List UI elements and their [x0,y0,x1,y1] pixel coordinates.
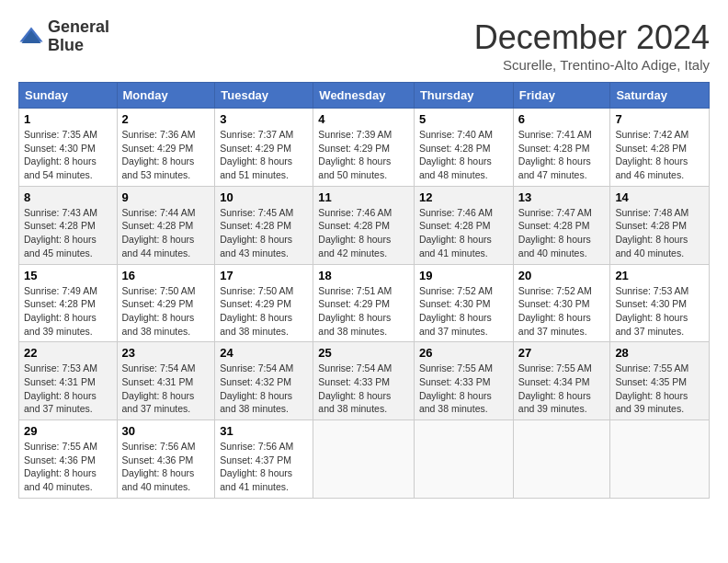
day-info: Sunrise: 7:56 AMSunset: 4:36 PMDaylight:… [122,441,196,492]
day-cell: 10Sunrise: 7:45 AMSunset: 4:28 PMDayligh… [215,186,313,264]
day-info: Sunrise: 7:46 AMSunset: 4:28 PMDaylight:… [318,207,392,259]
day-number: 18 [318,269,409,282]
day-info: Sunrise: 7:53 AMSunset: 4:31 PMDaylight:… [24,362,97,414]
day-info: Sunrise: 7:56 AMSunset: 4:37 PMDaylight:… [220,441,293,492]
day-info: Sunrise: 7:51 AMSunset: 4:29 PMDaylight:… [318,285,392,337]
day-cell [610,420,710,499]
days-header-row: SundayMondayTuesdayWednesdayThursdayFrid… [19,83,710,109]
week-row-4: 22Sunrise: 7:53 AMSunset: 4:31 PMDayligh… [19,342,710,420]
day-header-wednesday: Wednesday [313,83,415,109]
day-info: Sunrise: 7:42 AMSunset: 4:28 PMDaylight:… [615,129,688,180]
day-header-tuesday: Tuesday [215,83,313,109]
day-cell: 4Sunrise: 7:39 AMSunset: 4:29 PMDaylight… [313,109,415,187]
day-number: 16 [122,269,210,282]
day-number: 30 [122,424,210,438]
day-info: Sunrise: 7:55 AMSunset: 4:34 PMDaylight:… [518,362,592,414]
title-area: December 2024 Scurelle, Trentino-Alto Ad… [474,18,710,73]
day-info: Sunrise: 7:55 AMSunset: 4:33 PMDaylight:… [419,362,493,414]
day-number: 10 [220,190,308,204]
day-cell: 22Sunrise: 7:53 AMSunset: 4:31 PMDayligh… [19,342,118,420]
day-cell: 8Sunrise: 7:43 AMSunset: 4:28 PMDaylight… [19,186,118,264]
day-info: Sunrise: 7:35 AMSunset: 4:30 PMDaylight:… [24,129,97,180]
day-cell: 18Sunrise: 7:51 AMSunset: 4:29 PMDayligh… [313,264,415,342]
day-number: 25 [318,346,409,360]
day-number: 4 [318,112,409,126]
day-number: 24 [220,346,308,360]
day-cell: 11Sunrise: 7:46 AMSunset: 4:28 PMDayligh… [313,186,415,264]
day-info: Sunrise: 7:49 AMSunset: 4:28 PMDaylight:… [24,285,97,337]
day-info: Sunrise: 7:37 AMSunset: 4:29 PMDaylight:… [220,129,293,180]
day-info: Sunrise: 7:36 AMSunset: 4:29 PMDaylight:… [122,129,196,180]
day-header-monday: Monday [117,83,215,109]
day-number: 19 [419,269,508,282]
day-cell: 21Sunrise: 7:53 AMSunset: 4:30 PMDayligh… [610,264,710,342]
day-info: Sunrise: 7:45 AMSunset: 4:28 PMDaylight:… [220,207,293,259]
day-info: Sunrise: 7:47 AMSunset: 4:28 PMDaylight:… [518,207,592,259]
day-info: Sunrise: 7:44 AMSunset: 4:28 PMDaylight:… [122,207,196,259]
day-number: 8 [24,190,112,204]
day-number: 23 [122,346,210,360]
day-number: 6 [518,112,606,126]
day-number: 15 [24,269,112,282]
day-info: Sunrise: 7:53 AMSunset: 4:30 PMDaylight:… [615,285,688,337]
day-number: 12 [419,190,508,204]
day-cell: 7Sunrise: 7:42 AMSunset: 4:28 PMDaylight… [610,109,710,187]
day-number: 3 [220,112,308,126]
day-cell: 15Sunrise: 7:49 AMSunset: 4:28 PMDayligh… [19,264,118,342]
day-header-thursday: Thursday [414,83,513,109]
day-number: 17 [220,269,308,282]
month-title: December 2024 [474,18,710,57]
day-info: Sunrise: 7:54 AMSunset: 4:31 PMDaylight:… [122,362,196,414]
day-cell: 30Sunrise: 7:56 AMSunset: 4:36 PMDayligh… [117,420,215,499]
day-number: 28 [615,346,704,360]
day-number: 7 [615,112,704,126]
day-info: Sunrise: 7:54 AMSunset: 4:33 PMDaylight:… [318,362,392,414]
day-cell: 24Sunrise: 7:54 AMSunset: 4:32 PMDayligh… [215,342,313,420]
day-cell [313,420,415,499]
day-cell: 16Sunrise: 7:50 AMSunset: 4:29 PMDayligh… [117,264,215,342]
day-cell: 14Sunrise: 7:48 AMSunset: 4:28 PMDayligh… [610,186,710,264]
day-cell: 31Sunrise: 7:56 AMSunset: 4:37 PMDayligh… [215,420,313,499]
day-cell: 29Sunrise: 7:55 AMSunset: 4:36 PMDayligh… [19,420,118,499]
day-info: Sunrise: 7:39 AMSunset: 4:29 PMDaylight:… [318,129,392,180]
day-cell: 26Sunrise: 7:55 AMSunset: 4:33 PMDayligh… [414,342,513,420]
day-info: Sunrise: 7:50 AMSunset: 4:29 PMDaylight:… [122,285,196,337]
logo-text: General Blue [48,18,109,55]
day-info: Sunrise: 7:48 AMSunset: 4:28 PMDaylight:… [615,207,688,259]
week-row-2: 8Sunrise: 7:43 AMSunset: 4:28 PMDaylight… [19,186,710,264]
day-number: 13 [518,190,606,204]
day-info: Sunrise: 7:55 AMSunset: 4:36 PMDaylight:… [24,441,97,492]
day-cell: 27Sunrise: 7:55 AMSunset: 4:34 PMDayligh… [513,342,610,420]
day-info: Sunrise: 7:54 AMSunset: 4:32 PMDaylight:… [220,362,293,414]
day-cell: 13Sunrise: 7:47 AMSunset: 4:28 PMDayligh… [513,186,610,264]
calendar-table: SundayMondayTuesdayWednesdayThursdayFrid… [18,82,710,499]
day-number: 27 [518,346,606,360]
day-cell: 17Sunrise: 7:50 AMSunset: 4:29 PMDayligh… [215,264,313,342]
day-cell: 12Sunrise: 7:46 AMSunset: 4:28 PMDayligh… [414,186,513,264]
week-row-1: 1Sunrise: 7:35 AMSunset: 4:30 PMDaylight… [19,109,710,187]
day-number: 26 [419,346,508,360]
week-row-3: 15Sunrise: 7:49 AMSunset: 4:28 PMDayligh… [19,264,710,342]
day-number: 11 [318,190,409,204]
day-number: 9 [122,190,210,204]
logo-line1: General [48,18,109,37]
day-number: 14 [615,190,704,204]
day-cell: 3Sunrise: 7:37 AMSunset: 4:29 PMDaylight… [215,109,313,187]
day-cell: 2Sunrise: 7:36 AMSunset: 4:29 PMDaylight… [117,109,215,187]
logo: General Blue [18,18,109,55]
day-header-friday: Friday [513,83,610,109]
day-cell: 6Sunrise: 7:41 AMSunset: 4:28 PMDaylight… [513,109,610,187]
day-info: Sunrise: 7:52 AMSunset: 4:30 PMDaylight:… [419,285,493,337]
day-info: Sunrise: 7:55 AMSunset: 4:35 PMDaylight:… [615,362,688,414]
week-row-5: 29Sunrise: 7:55 AMSunset: 4:36 PMDayligh… [19,420,710,499]
day-info: Sunrise: 7:46 AMSunset: 4:28 PMDaylight:… [419,207,493,259]
day-cell: 28Sunrise: 7:55 AMSunset: 4:35 PMDayligh… [610,342,710,420]
day-number: 2 [122,112,210,126]
day-number: 1 [24,112,112,126]
day-cell [513,420,610,499]
day-header-saturday: Saturday [610,83,710,109]
day-header-sunday: Sunday [19,83,118,109]
day-number: 31 [220,424,308,438]
day-cell: 9Sunrise: 7:44 AMSunset: 4:28 PMDaylight… [117,186,215,264]
day-info: Sunrise: 7:50 AMSunset: 4:29 PMDaylight:… [220,285,293,337]
